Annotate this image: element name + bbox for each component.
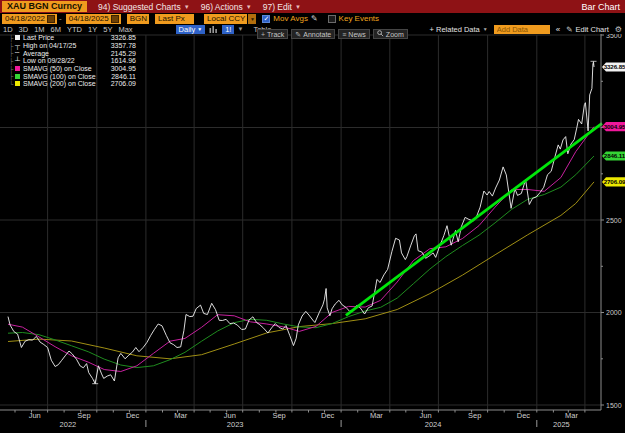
svg-text:Mar: Mar	[565, 411, 578, 420]
range-tab-1m[interactable]: 1M	[31, 25, 47, 34]
chevron-down-icon: ▼	[184, 4, 190, 10]
price-chart: 15002000250030003500JunSepDecMarJunSepDe…	[0, 34, 625, 433]
date-from-field[interactable]: 04/18/2022	[2, 14, 57, 24]
range-tab-6m[interactable]: 6M	[48, 25, 64, 34]
range-tab-max[interactable]: Max	[115, 25, 135, 34]
legend-label: Last Price	[23, 34, 54, 41]
svg-text:Dec: Dec	[321, 411, 335, 420]
legend-value: 2846.11	[111, 73, 136, 80]
mov-avgs-label: Mov Avgs	[273, 14, 308, 23]
menu-item-label: 96) Actions	[201, 2, 243, 12]
legend-value: 3004.95	[111, 65, 136, 72]
news-label: News	[348, 31, 366, 38]
calendar-icon[interactable]	[111, 15, 119, 23]
zoom-button[interactable]: Zoom	[373, 29, 408, 39]
calendar-icon[interactable]	[47, 15, 55, 23]
related-data-button[interactable]: + Related Data ▼	[430, 25, 488, 34]
news-button[interactable]: ≡News	[338, 29, 370, 39]
sma200-line	[8, 182, 594, 359]
svg-text:2025: 2025	[553, 420, 570, 429]
svg-text:1500: 1500	[606, 402, 622, 409]
svg-text:Sep: Sep	[272, 411, 285, 420]
edit-mov-avgs-pencil-icon[interactable]: ✎	[311, 14, 318, 23]
legend-value: 3326.85	[111, 34, 136, 41]
chart-canvas[interactable]: 15002000250030003500JunSepDecMarJunSepDe…	[0, 34, 625, 433]
chevron-down-icon: ▼	[246, 4, 252, 10]
bar-chart-glyph	[209, 25, 218, 33]
gear-icon[interactable]: ⚙	[615, 25, 622, 34]
chevron-down-icon: ▼	[197, 26, 202, 32]
price-field-selector[interactable]: Last Px	[155, 14, 194, 24]
range-tab-3d[interactable]: 3D	[16, 25, 32, 34]
svg-text:Jun: Jun	[29, 411, 41, 420]
menu-item-94-suggested-charts[interactable]: 94) Suggested Charts▼	[98, 2, 190, 12]
currency-selector[interactable]: Local CCY	[204, 14, 247, 24]
svg-text:Dec: Dec	[126, 411, 140, 420]
title-bar: XAU BGN Curncy 94) Suggested Charts▼96) …	[0, 0, 625, 13]
svg-text:2024: 2024	[425, 420, 442, 429]
range-tab-ytd[interactable]: YTD	[64, 25, 85, 34]
annotate-button[interactable]: ✎Annotate	[291, 29, 335, 39]
chevron-down-icon[interactable]: ▼	[237, 26, 243, 32]
date-to-value: 04/18/2025	[69, 14, 109, 23]
legend-value: 3357.78	[111, 42, 136, 49]
settings-bar: 04/18/2022 - 04/18/2025 BGN Last Px Loca…	[0, 13, 625, 24]
svg-text:Mar: Mar	[174, 411, 187, 420]
periodicity-dropdown[interactable]: Daily ▼	[176, 25, 206, 34]
edit-chart-label: Edit Chart	[575, 25, 608, 34]
legend-swatch	[15, 66, 20, 71]
svg-text:Jun: Jun	[420, 411, 432, 420]
high-marker-icon: ┬	[15, 42, 23, 49]
news-icon: ≡	[342, 31, 346, 38]
track-label: Track	[267, 31, 284, 38]
edit-chart-button[interactable]: ✎ Edit Chart	[566, 25, 609, 34]
legend-swatch	[15, 81, 20, 86]
magnifier-icon	[377, 30, 384, 38]
legend-entry: ├SMAVG (100) on Close2846.11	[9, 72, 136, 80]
track-button[interactable]: +Track	[257, 29, 288, 39]
svg-text:Sep: Sep	[77, 411, 90, 420]
legend-entry: ├┬High on 04/17/253357.78	[9, 42, 136, 50]
legend-value: 2706.09	[111, 80, 136, 87]
collapse-panel-button[interactable]: «	[556, 25, 560, 34]
price-source-field[interactable]: BGN	[127, 14, 149, 24]
menu-item-97-edit[interactable]: 97) Edit▼	[263, 2, 301, 12]
legend-value: 2145.29	[111, 50, 136, 57]
x-axis[interactable]: JunSepDecMarJunSepDecMarJunSepDecMar2022…	[15, 410, 585, 429]
legend-value: 1614.96	[111, 57, 136, 64]
menu-item-96-actions[interactable]: 96) Actions▼	[201, 2, 252, 12]
key-events-checkbox[interactable]	[328, 15, 336, 23]
frequency-button[interactable]: 1!	[222, 25, 234, 34]
legend-label: Low on 09/28/22	[23, 57, 75, 64]
date-to-field[interactable]: 04/18/2025	[66, 14, 121, 24]
svg-text:2846.11: 2846.11	[604, 152, 625, 159]
trend-line-annotation[interactable]	[346, 123, 602, 315]
svg-text:Jun: Jun	[224, 411, 236, 420]
y-axis[interactable]: 15002000250030003500	[601, 34, 622, 409]
svg-text:2000: 2000	[606, 309, 622, 316]
range-tab-1d[interactable]: 1D	[0, 25, 16, 34]
svg-text:Mar: Mar	[370, 411, 383, 420]
add-data-input[interactable]	[494, 25, 550, 34]
key-events-label: Key Events	[339, 14, 379, 23]
chevron-down-icon[interactable]: ▼	[248, 14, 256, 24]
range-tabs: 1D3D1M6MYTD1Y5YMax	[0, 25, 136, 34]
security-ticker-field[interactable]: XAU BGN Curncy	[2, 1, 87, 12]
svg-text:3326.85: 3326.85	[604, 63, 625, 70]
chart-style-label: Bar Chart	[581, 2, 620, 12]
legend-entry: ├┄Average2145.29	[9, 49, 136, 57]
range-tab-5y[interactable]: 5Y	[100, 25, 115, 34]
axis-frame	[0, 34, 601, 410]
pencil-icon: ✎	[295, 31, 301, 38]
sma100-line	[8, 156, 594, 368]
svg-text:Dec: Dec	[517, 411, 531, 420]
mov-avgs-checkbox[interactable]: ✓	[262, 15, 270, 23]
chart-type-icon[interactable]	[209, 25, 218, 33]
range-tab-1y[interactable]: 1Y	[85, 25, 100, 34]
chevron-down-icon: ▼	[295, 4, 301, 10]
svg-text:2706.09: 2706.09	[604, 178, 625, 185]
plus-icon: +	[261, 31, 265, 38]
svg-text:Sep: Sep	[468, 411, 481, 420]
chevron-down-icon: ▼	[483, 26, 488, 32]
legend-entry: └SMAVG (200) on Close2706.09	[9, 80, 136, 88]
